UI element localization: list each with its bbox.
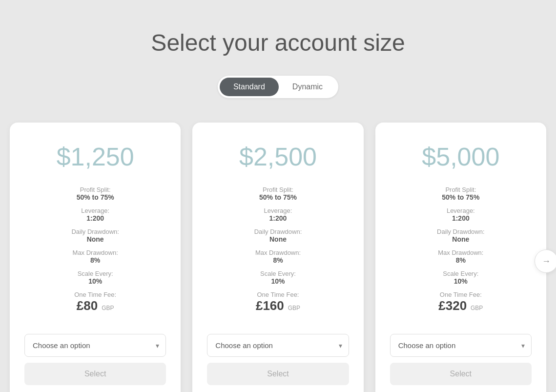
fee-amount-1: £80 — [77, 298, 98, 313]
label-profit-split-2: Profit Split: — [207, 186, 349, 193]
fee-currency-1: GBP — [102, 305, 114, 311]
dropdown-1[interactable]: Choose an option — [24, 334, 166, 357]
label-daily-dd-1: Daily Drawdown: — [24, 228, 166, 235]
label-leverage-3: Leverage: — [390, 207, 532, 214]
label-leverage-1: Leverage: — [24, 207, 166, 214]
value-leverage-2: 1:200 — [207, 214, 349, 222]
fee-amount-2: £160 — [256, 298, 284, 313]
value-max-dd-2: 8% — [207, 256, 349, 264]
detail-scale-2: Scale Every: 10% — [207, 270, 349, 285]
detail-scale-3: Scale Every: 10% — [390, 270, 532, 285]
detail-leverage-3: Leverage: 1:200 — [390, 207, 532, 222]
label-daily-dd-3: Daily Drawdown: — [390, 228, 532, 235]
label-scale-2: Scale Every: — [207, 270, 349, 277]
card-2500-details: Profit Split: 50% to 75% Leverage: 1:200… — [207, 186, 349, 319]
value-max-dd-1: 8% — [24, 256, 166, 264]
dropdown-wrapper-2: Choose an option ▾ — [207, 334, 349, 357]
value-scale-3: 10% — [390, 277, 532, 285]
detail-fee-1: One Time Fee: £80 GBP — [24, 291, 166, 313]
card-2500: $2,500 Profit Split: 50% to 75% Leverage… — [192, 123, 363, 392]
detail-fee-2: One Time Fee: £160 GBP — [207, 291, 349, 313]
label-max-dd-1: Max Drawdown: — [24, 249, 166, 256]
label-fee-1: One Time Fee: — [24, 291, 166, 298]
card-1250-price: $1,250 — [57, 142, 134, 171]
dropdown-wrapper-3: Choose an option ▾ — [390, 334, 532, 357]
fee-amount-3: £320 — [438, 298, 467, 313]
detail-profit-split-3: Profit Split: 50% to 75% — [390, 186, 532, 201]
card-1250: $1,250 Profit Split: 50% to 75% Leverage… — [10, 123, 181, 392]
detail-daily-dd-1: Daily Drawdown: None — [24, 228, 166, 243]
value-profit-split-2: 50% to 75% — [207, 193, 349, 201]
label-max-dd-3: Max Drawdown: — [390, 249, 532, 256]
select-button-2[interactable]: Select — [207, 363, 349, 385]
value-daily-dd-1: None — [24, 235, 166, 243]
detail-leverage-2: Leverage: 1:200 — [207, 207, 349, 222]
value-max-dd-3: 8% — [390, 256, 532, 264]
tab-standard[interactable]: Standard — [220, 78, 279, 96]
detail-daily-dd-3: Daily Drawdown: None — [390, 228, 532, 243]
card-5000: $5,000 Profit Split: 50% to 75% Leverage… — [375, 123, 546, 392]
value-fee-3: £320 GBP — [390, 298, 532, 313]
value-profit-split-3: 50% to 75% — [390, 193, 532, 201]
label-fee-3: One Time Fee: — [390, 291, 532, 298]
label-scale-3: Scale Every: — [390, 270, 532, 277]
value-scale-1: 10% — [24, 277, 166, 285]
detail-daily-dd-2: Daily Drawdown: None — [207, 228, 349, 243]
value-leverage-1: 1:200 — [24, 214, 166, 222]
cards-container: $1,250 Profit Split: 50% to 75% Leverage… — [10, 123, 546, 392]
label-max-dd-2: Max Drawdown: — [207, 249, 349, 256]
label-profit-split-3: Profit Split: — [390, 186, 532, 193]
tab-dynamic[interactable]: Dynamic — [279, 78, 336, 96]
card-5000-details: Profit Split: 50% to 75% Leverage: 1:200… — [390, 186, 532, 319]
detail-max-dd-1: Max Drawdown: 8% — [24, 249, 166, 264]
card-1250-details: Profit Split: 50% to 75% Leverage: 1:200… — [24, 186, 166, 319]
dropdown-2[interactable]: Choose an option — [207, 334, 349, 357]
detail-max-dd-3: Max Drawdown: 8% — [390, 249, 532, 264]
detail-fee-3: One Time Fee: £320 GBP — [390, 291, 532, 313]
value-leverage-3: 1:200 — [390, 214, 532, 222]
detail-profit-split-1: Profit Split: 50% to 75% — [24, 186, 166, 201]
detail-profit-split-2: Profit Split: 50% to 75% — [207, 186, 349, 201]
label-fee-2: One Time Fee: — [207, 291, 349, 298]
detail-scale-1: Scale Every: 10% — [24, 270, 166, 285]
next-arrow-button[interactable]: → — [535, 249, 556, 273]
tab-toggle: Standard Dynamic — [218, 76, 338, 98]
select-button-1[interactable]: Select — [24, 363, 166, 385]
value-profit-split-1: 50% to 75% — [24, 193, 166, 201]
page-title: Select your account size — [151, 29, 405, 56]
select-button-3[interactable]: Select — [390, 363, 532, 385]
card-5000-price: $5,000 — [422, 142, 499, 171]
value-fee-1: £80 GBP — [24, 298, 166, 313]
dropdown-wrapper-1: Choose an option ▾ — [24, 334, 166, 357]
label-daily-dd-2: Daily Drawdown: — [207, 228, 349, 235]
detail-leverage-1: Leverage: 1:200 — [24, 207, 166, 222]
dropdown-3[interactable]: Choose an option — [390, 334, 532, 357]
value-scale-2: 10% — [207, 277, 349, 285]
card-2500-price: $2,500 — [239, 142, 317, 171]
fee-currency-2: GBP — [288, 305, 300, 311]
label-leverage-2: Leverage: — [207, 207, 349, 214]
label-scale-1: Scale Every: — [24, 270, 166, 277]
fee-currency-3: GBP — [471, 305, 483, 311]
value-daily-dd-3: None — [390, 235, 532, 243]
value-fee-2: £160 GBP — [207, 298, 349, 313]
detail-max-dd-2: Max Drawdown: 8% — [207, 249, 349, 264]
value-daily-dd-2: None — [207, 235, 349, 243]
label-profit-split-1: Profit Split: — [24, 186, 166, 193]
